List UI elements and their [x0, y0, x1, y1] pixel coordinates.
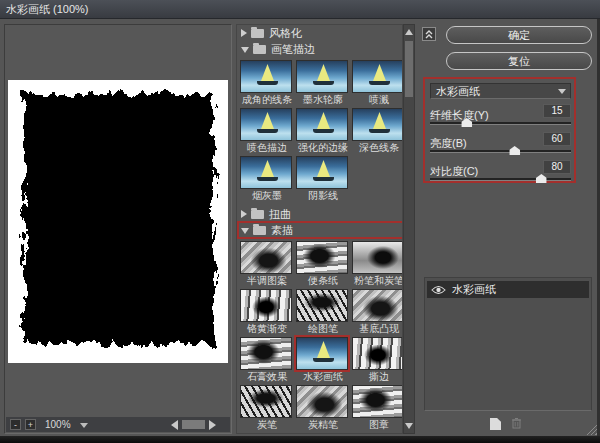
window-title: 水彩画纸 (100%): [6, 3, 89, 15]
scroll-left-icon[interactable]: [171, 420, 178, 430]
sailboat-icon: [261, 64, 274, 81]
filter-thumbnail-image[interactable]: [352, 385, 403, 418]
titlebar[interactable]: 水彩画纸 (100%): [0, 0, 600, 19]
effect-layers-toolbar: [420, 416, 592, 432]
slider-label: 亮度(B): [430, 137, 467, 149]
filter-thumbnail-image[interactable]: [240, 337, 292, 370]
filter-thumbnail-image[interactable]: [240, 241, 292, 274]
trash-icon[interactable]: [511, 417, 522, 432]
filter-thumbnail-cell[interactable]: 绘图笔: [296, 289, 350, 335]
chevron-collapsed-icon[interactable]: [241, 210, 247, 218]
zoom-level-value[interactable]: 100%: [45, 419, 71, 430]
collapse-thumbnails-button[interactable]: [422, 27, 436, 41]
category-header-0[interactable]: 风格化: [237, 25, 402, 41]
scroll-down-icon[interactable]: [405, 423, 413, 429]
filter-thumbnail-image[interactable]: [352, 289, 403, 322]
sailboat-icon: [317, 341, 330, 358]
category-header-2[interactable]: 扭曲: [237, 206, 402, 222]
scroll-up-icon[interactable]: [405, 29, 413, 35]
filter-thumbnail-cell[interactable]: 撕边: [352, 337, 403, 383]
reset-button[interactable]: 复位: [446, 52, 592, 70]
chevron-expanded-icon[interactable]: [241, 47, 249, 53]
slider-thumb[interactable]: [509, 146, 520, 155]
filter-thumbnail-cell[interactable]: 粉笔和炭笔: [352, 241, 403, 287]
slider-track[interactable]: [430, 122, 571, 125]
filter-thumbnail-image[interactable]: [240, 433, 292, 434]
category-header-1[interactable]: 画笔描边: [237, 41, 402, 57]
filter-thumbnail-image[interactable]: [352, 337, 403, 370]
filter-thumbnail-cell[interactable]: 水彩画纸: [296, 337, 350, 383]
filter-thumbnail-image[interactable]: [240, 289, 292, 322]
scroll-right-icon[interactable]: [209, 420, 216, 430]
boat-hull-icon: [369, 129, 390, 133]
category-label: 画笔描边: [271, 42, 315, 57]
filter-thumbnail-cell[interactable]: 网状: [240, 433, 294, 434]
effect-layer-row[interactable]: 水彩画纸: [427, 281, 589, 298]
filter-thumbnail-image[interactable]: [352, 241, 403, 274]
filter-thumbnail-cell[interactable]: 影印: [296, 433, 350, 434]
new-effect-layer-icon[interactable]: [490, 418, 501, 430]
filter-thumbnail-cell[interactable]: 基底凸现: [352, 289, 403, 335]
filter-thumbnail-cell[interactable]: 铬黄渐变: [240, 289, 294, 335]
preview-canvas[interactable]: [8, 80, 228, 363]
category-header-3[interactable]: 素描: [237, 222, 402, 238]
filter-thumbnail-cell[interactable]: 图章: [352, 385, 403, 431]
boat-hull-icon: [257, 129, 278, 133]
category-label: 风格化: [269, 26, 302, 41]
zoom-dropdown-chevron-icon[interactable]: [80, 423, 88, 428]
filter-thumbnail-image[interactable]: [296, 337, 348, 370]
filter-thumbnail-image[interactable]: [240, 108, 292, 141]
horizontal-scrollbar-thumb[interactable]: [182, 420, 205, 429]
slider-value-field[interactable]: 60: [543, 132, 571, 146]
filter-thumbnail-cell[interactable]: 炭精笔: [296, 385, 350, 431]
filter-thumbnail-image[interactable]: [296, 385, 348, 418]
filter-thumbnail-cell[interactable]: 半调图案: [240, 241, 294, 287]
vertical-scrollbar-thumb[interactable]: [405, 41, 413, 97]
filter-name-label: 便条纸: [296, 274, 350, 287]
filter-thumbnail-cell[interactable]: 强化的边缘: [296, 108, 350, 154]
filter-list-scrollbar[interactable]: [403, 24, 415, 434]
folder-icon: [251, 210, 264, 219]
slider-value-field[interactable]: 80: [543, 160, 571, 174]
filter-thumbnail-cell[interactable]: 墨水轮廓: [296, 60, 350, 106]
window-frame-bottom: [0, 436, 600, 443]
filter-thumbnail-image[interactable]: [240, 385, 292, 418]
slider-track[interactable]: [430, 178, 571, 181]
filter-name-label: 阴影线: [296, 189, 350, 202]
filter-thumbnail-image[interactable]: [296, 241, 348, 274]
chevron-collapsed-icon[interactable]: [241, 29, 247, 37]
filter-thumbnail-image[interactable]: [352, 60, 403, 93]
filter-thumbnail-cell[interactable]: 阴影线: [296, 156, 350, 202]
chevron-expanded-icon[interactable]: [241, 228, 249, 234]
slider-value-field[interactable]: 15: [543, 104, 571, 118]
boat-hull-icon: [257, 177, 278, 181]
filter-thumbnail-image[interactable]: [296, 433, 348, 434]
filter-thumbnail-cell[interactable]: 石膏效果: [240, 337, 294, 383]
filter-thumbnail-cell[interactable]: 喷色描边: [240, 108, 294, 154]
filter-thumbnail-cell[interactable]: 炭笔: [240, 385, 294, 431]
slider-track[interactable]: [430, 150, 571, 153]
filter-thumbnail-image[interactable]: [240, 60, 292, 93]
filter-thumbnail-image[interactable]: [296, 289, 348, 322]
sailboat-icon: [373, 64, 386, 81]
filter-thumbnail-image[interactable]: [240, 156, 292, 189]
preview-pane: - + 100%: [4, 24, 232, 434]
filter-thumbnail-cell[interactable]: 喷溅: [352, 60, 403, 106]
filter-thumbnail-image[interactable]: [296, 156, 348, 189]
filter-select-dropdown[interactable]: 水彩画纸: [430, 83, 571, 99]
filter-thumbnail-image[interactable]: [296, 60, 348, 93]
folder-icon: [251, 29, 264, 38]
zoom-out-button[interactable]: -: [10, 419, 21, 430]
filter-thumbnail-cell[interactable]: 烟灰墨: [240, 156, 294, 202]
water-paper-preview-image: [8, 80, 228, 363]
zoom-in-button[interactable]: +: [25, 419, 36, 430]
filter-thumbnail-cell[interactable]: 深色线条: [352, 108, 403, 154]
sailboat-icon: [261, 160, 274, 177]
filter-thumbnail-image[interactable]: [296, 108, 348, 141]
filter-thumbnail-cell[interactable]: 便条纸: [296, 241, 350, 287]
slider-thumb[interactable]: [536, 174, 547, 183]
ok-button[interactable]: 确定: [446, 26, 592, 44]
filter-thumbnail-image[interactable]: [352, 108, 403, 141]
filter-thumbnail-cell[interactable]: 成角的线条: [240, 60, 294, 106]
eye-icon[interactable]: [431, 285, 446, 295]
